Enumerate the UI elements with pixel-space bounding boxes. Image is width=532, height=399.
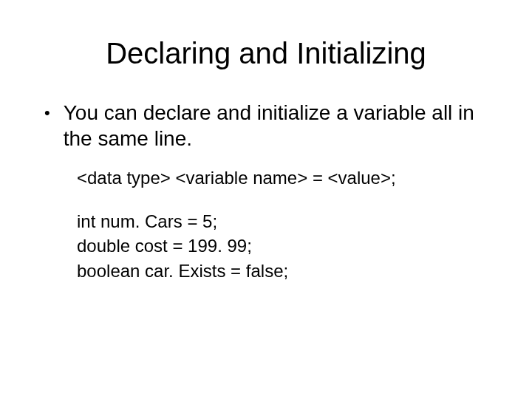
bullet-dot-icon: • [44, 100, 50, 126]
slide-title: Declaring and Initializing [37, 37, 495, 70]
example-line-2: double cost = 199. 99; [77, 234, 495, 257]
bullet-item: • You can declare and initialize a varia… [44, 100, 495, 151]
example-line-3: boolean car. Exists = false; [77, 259, 495, 282]
sub-content: <data type> <variable name> = <value>; i… [77, 166, 495, 282]
bullet-list: • You can declare and initialize a varia… [44, 100, 495, 151]
bullet-text: You can declare and initialize a variabl… [64, 100, 495, 151]
syntax-line: <data type> <variable name> = <value>; [77, 166, 495, 189]
example-line-1: int num. Cars = 5; [77, 210, 495, 233]
